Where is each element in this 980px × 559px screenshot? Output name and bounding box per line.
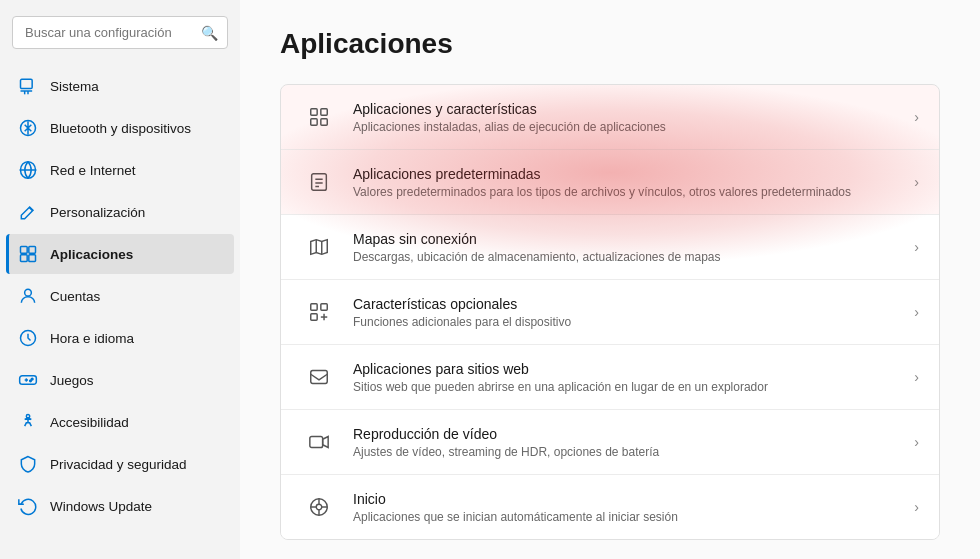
svg-rect-20	[312, 174, 327, 191]
apps-predeterminadas-icon	[301, 164, 337, 200]
chevron-right-icon: ›	[914, 109, 919, 125]
inicio-icon	[301, 489, 337, 525]
svg-marker-24	[311, 240, 328, 255]
item-subtitle: Aplicaciones instaladas, alias de ejecuc…	[353, 120, 902, 134]
sidebar-item-cuentas[interactable]: Cuentas	[6, 276, 234, 316]
svg-rect-5	[29, 247, 36, 254]
item-title: Inicio	[353, 491, 902, 507]
svg-rect-0	[21, 79, 33, 88]
svg-point-14	[30, 380, 32, 382]
sidebar-item-juegos[interactable]: Juegos	[6, 360, 234, 400]
sidebar-item-label: Accesibilidad	[50, 415, 129, 430]
sidebar: 🔍 Sistema Bluetooth y dispositivos	[0, 0, 240, 559]
item-text: Reproducción de vídeo Ajustes de vídeo, …	[353, 426, 902, 459]
svg-rect-33	[310, 437, 323, 448]
settings-item-apps-predeterminadas[interactable]: Aplicaciones predeterminadas Valores pre…	[281, 150, 939, 215]
item-subtitle: Valores predeterminados para los tipos d…	[353, 185, 902, 199]
svg-rect-27	[311, 304, 317, 310]
chevron-right-icon: ›	[914, 369, 919, 385]
caracteristicas-icon	[301, 294, 337, 330]
sidebar-item-personalizacion[interactable]: Personalización	[6, 192, 234, 232]
aplicaciones-icon	[18, 244, 38, 264]
sidebar-item-label: Bluetooth y dispositivos	[50, 121, 191, 136]
settings-item-apps-web[interactable]: Aplicaciones para sitios web Sitios web …	[281, 345, 939, 410]
svg-rect-18	[311, 119, 317, 125]
apps-web-icon	[301, 359, 337, 395]
svg-rect-7	[29, 255, 36, 262]
sidebar-item-label: Aplicaciones	[50, 247, 133, 262]
settings-item-mapas[interactable]: Mapas sin conexión Descargas, ubicación …	[281, 215, 939, 280]
item-text: Aplicaciones predeterminadas Valores pre…	[353, 166, 902, 199]
chevron-right-icon: ›	[914, 239, 919, 255]
sidebar-item-label: Sistema	[50, 79, 99, 94]
sidebar-item-aplicaciones[interactable]: Aplicaciones	[6, 234, 234, 274]
item-subtitle: Aplicaciones que se inician automáticame…	[353, 510, 902, 524]
chevron-right-icon: ›	[914, 174, 919, 190]
item-subtitle: Descargas, ubicación de almacenamiento, …	[353, 250, 902, 264]
apps-caracteristicas-icon	[301, 99, 337, 135]
svg-rect-19	[321, 119, 327, 125]
sidebar-item-bluetooth[interactable]: Bluetooth y dispositivos	[6, 108, 234, 148]
svg-marker-34	[323, 437, 329, 448]
search-icon: 🔍	[201, 25, 218, 41]
item-subtitle: Sitios web que pueden abrirse en una apl…	[353, 380, 902, 394]
settings-item-video[interactable]: Reproducción de vídeo Ajustes de vídeo, …	[281, 410, 939, 475]
svg-rect-32	[311, 371, 328, 384]
search-container: 🔍	[12, 16, 228, 49]
sistema-icon	[18, 76, 38, 96]
svg-rect-29	[311, 314, 317, 320]
cuentas-icon	[18, 286, 38, 306]
item-title: Aplicaciones predeterminadas	[353, 166, 902, 182]
sidebar-item-accesibilidad[interactable]: Accesibilidad	[6, 402, 234, 442]
sidebar-item-label: Red e Internet	[50, 163, 136, 178]
item-title: Características opcionales	[353, 296, 902, 312]
sidebar-item-label: Privacidad y seguridad	[50, 457, 187, 472]
bluetooth-icon	[18, 118, 38, 138]
hora-icon	[18, 328, 38, 348]
main-content: Aplicaciones Aplicaciones y característi…	[240, 0, 980, 559]
item-title: Mapas sin conexión	[353, 231, 902, 247]
sidebar-item-red[interactable]: Red e Internet	[6, 150, 234, 190]
sidebar-item-label: Hora e idioma	[50, 331, 134, 346]
chevron-right-icon: ›	[914, 434, 919, 450]
update-icon	[18, 496, 38, 516]
settings-item-inicio[interactable]: Inicio Aplicaciones que se inician autom…	[281, 475, 939, 539]
item-subtitle: Funciones adicionales para el dispositiv…	[353, 315, 902, 329]
svg-rect-4	[21, 247, 28, 254]
item-title: Aplicaciones y características	[353, 101, 902, 117]
settings-list: Aplicaciones y características Aplicacio…	[280, 84, 940, 540]
mapas-icon	[301, 229, 337, 265]
sidebar-item-label: Personalización	[50, 205, 145, 220]
page-title: Aplicaciones	[280, 28, 940, 60]
chevron-right-icon: ›	[914, 499, 919, 515]
sidebar-item-privacidad[interactable]: Privacidad y seguridad	[6, 444, 234, 484]
item-title: Aplicaciones para sitios web	[353, 361, 902, 377]
sidebar-item-label: Juegos	[50, 373, 94, 388]
accesibilidad-icon	[18, 412, 38, 432]
svg-rect-17	[321, 109, 327, 115]
svg-rect-28	[321, 304, 327, 310]
privacidad-icon	[18, 454, 38, 474]
personalizacion-icon	[18, 202, 38, 222]
svg-rect-6	[21, 255, 28, 262]
settings-item-caracteristicas[interactable]: Características opcionales Funciones adi…	[281, 280, 939, 345]
svg-point-8	[25, 289, 32, 296]
sidebar-item-label: Cuentas	[50, 289, 100, 304]
item-title: Reproducción de vídeo	[353, 426, 902, 442]
svg-rect-16	[311, 109, 317, 115]
sidebar-item-label: Windows Update	[50, 499, 152, 514]
item-text: Aplicaciones y características Aplicacio…	[353, 101, 902, 134]
svg-point-36	[316, 504, 322, 510]
settings-item-apps-caracteristicas[interactable]: Aplicaciones y características Aplicacio…	[281, 85, 939, 150]
red-icon	[18, 160, 38, 180]
search-input[interactable]	[12, 16, 228, 49]
sidebar-item-hora[interactable]: Hora e idioma	[6, 318, 234, 358]
item-text: Inicio Aplicaciones que se inician autom…	[353, 491, 902, 524]
sidebar-item-sistema[interactable]: Sistema	[6, 66, 234, 106]
chevron-right-icon: ›	[914, 304, 919, 320]
item-text: Características opcionales Funciones adi…	[353, 296, 902, 329]
juegos-icon	[18, 370, 38, 390]
sidebar-item-windows-update[interactable]: Windows Update	[6, 486, 234, 526]
video-icon	[301, 424, 337, 460]
item-text: Aplicaciones para sitios web Sitios web …	[353, 361, 902, 394]
